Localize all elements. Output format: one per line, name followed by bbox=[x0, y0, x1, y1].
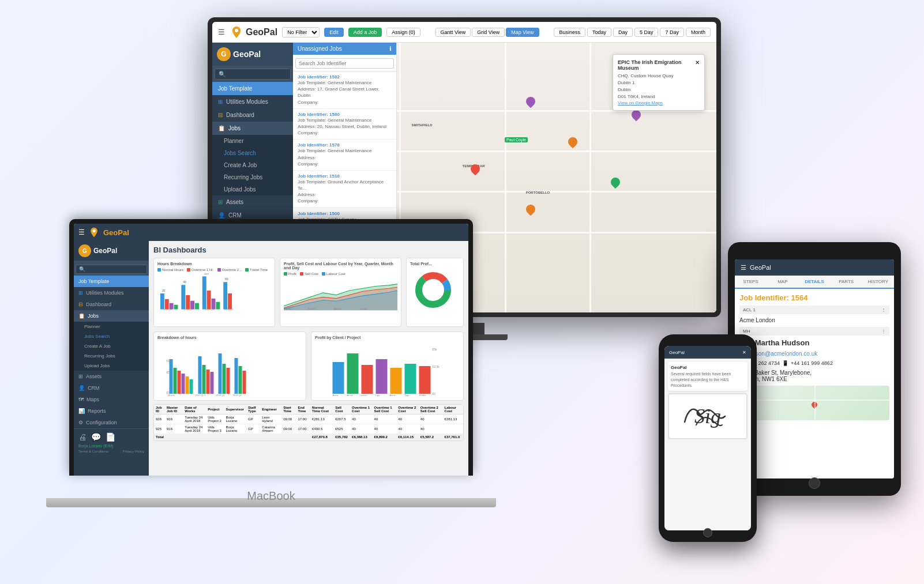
tab-details[interactable]: DETAILS bbox=[798, 276, 830, 289]
laptop-hamburger-icon[interactable]: ☰ bbox=[78, 228, 85, 236]
svg-text:Tipp...: Tipp... bbox=[405, 394, 411, 397]
svg-point-2 bbox=[93, 229, 96, 232]
laptop-config-icon: ⚙ bbox=[78, 420, 83, 425]
tablet-home-button[interactable] bbox=[809, 477, 820, 489]
tab-history[interactable]: HISTORY bbox=[862, 276, 894, 289]
map-popup-country: Dublin bbox=[618, 86, 700, 93]
sidebar-item-job-template[interactable]: Job Template bbox=[212, 82, 293, 95]
job-card-1518-template: Job Template: Ground Anchor Acceptance T… bbox=[298, 179, 392, 191]
map-view-button[interactable]: Map View bbox=[506, 28, 539, 37]
grid-view-button[interactable]: Grid View bbox=[472, 28, 505, 37]
laptop-sidebar-assets[interactable]: ⊞ Assets bbox=[74, 371, 149, 382]
map-popup-google-link[interactable]: View on Google Maps bbox=[618, 100, 700, 106]
svg-text:2017 Qr 1: 2017 Qr 1 bbox=[196, 394, 206, 397]
macbook-label: MacBook bbox=[247, 489, 295, 503]
sidebar-item-upload-jobs[interactable]: Upload Jobs bbox=[212, 183, 293, 195]
sidebar-item-dashboard[interactable]: ⊟ Dashboard bbox=[212, 108, 293, 122]
tab-steps[interactable]: STEPS bbox=[735, 276, 767, 289]
legend-dot-profit bbox=[284, 272, 287, 276]
month-button[interactable]: Month bbox=[686, 28, 711, 37]
svg-text:20: 20 bbox=[162, 289, 166, 292]
laptop-sidebar-crm[interactable]: 👤 CRM bbox=[74, 382, 149, 394]
laptop-sidebar-jobs[interactable]: 📋 Jobs bbox=[74, 310, 149, 322]
today-button[interactable]: Today bbox=[587, 28, 611, 37]
tablet-contact-menu-icon[interactable]: ⋮ bbox=[881, 329, 886, 334]
jobs-search-input[interactable] bbox=[295, 58, 394, 69]
crm-icon: 👤 bbox=[218, 212, 225, 218]
laptop-sidebar-upload-jobs[interactable]: Upload Jobs bbox=[74, 361, 149, 371]
print-icon[interactable]: 🖨 bbox=[78, 432, 87, 442]
job-card-1582[interactable]: Job Identifier: 1582 Job Template: Gener… bbox=[293, 71, 396, 109]
laptop-sidebar-maps-label: Maps bbox=[87, 397, 99, 402]
laptop-sidebar-search-input[interactable] bbox=[76, 265, 147, 274]
laptop-sidebar-dashboard[interactable]: ⊟ Dashboard bbox=[74, 299, 149, 310]
laptop-sidebar-recurring-jobs[interactable]: Recurring Jobs bbox=[74, 351, 149, 361]
sidebar-search-input[interactable] bbox=[215, 69, 291, 80]
th-labour: Labour Cost bbox=[443, 405, 463, 415]
document-icon[interactable]: 📄 bbox=[106, 432, 115, 442]
day-button[interactable]: Day bbox=[613, 28, 633, 37]
laptop-sidebar-configuration[interactable]: ⚙ Configuration bbox=[74, 417, 149, 428]
legend-profit: Profit bbox=[284, 272, 296, 276]
signature-area[interactable]: Sig bbox=[668, 393, 748, 439]
th-start: Start Time bbox=[281, 405, 296, 415]
job-card-1582-address: Address: 17, Grand Canal Street Lower, D… bbox=[298, 86, 392, 99]
job-card-1518[interactable]: Job Identifier: 1518 Job Template: Groun… bbox=[293, 171, 396, 208]
phone-close-icon[interactable]: ✕ bbox=[742, 350, 746, 355]
bi-charts-row: Hours Breakdown Normal Hours Overtime 1 … bbox=[153, 258, 464, 327]
legend-label-sell: Sell Cost bbox=[305, 272, 318, 276]
svg-text:€2.5k: €2.5k bbox=[433, 365, 440, 368]
svg-rect-16 bbox=[228, 293, 232, 310]
add-job-button[interactable]: Add a Job bbox=[348, 28, 382, 37]
laptop-sidebar-planner[interactable]: Planner bbox=[74, 322, 149, 331]
7day-button[interactable]: 7 Day bbox=[660, 28, 684, 37]
laptop-sidebar-jobs-search[interactable]: Jobs Search bbox=[74, 331, 149, 341]
map-popup-close-icon[interactable]: ✕ bbox=[695, 59, 700, 66]
hamburger-icon[interactable]: ☰ bbox=[218, 28, 225, 36]
svg-rect-64 bbox=[419, 366, 431, 394]
job-card-1578[interactable]: Job Identifier: 1578 Job Template: Gener… bbox=[293, 140, 396, 171]
sidebar-item-utilities[interactable]: ⊞ Utilities Modules bbox=[212, 95, 293, 108]
sidebar-item-planner[interactable]: Planner bbox=[212, 135, 293, 147]
td-925-end: 17:00 bbox=[296, 424, 310, 434]
chat-icon[interactable]: 💬 bbox=[91, 432, 101, 442]
legend-normal-hours: Normal Hours bbox=[157, 268, 183, 272]
laptop-screen: ☰ GeoPal G GeoPal bbox=[74, 224, 468, 476]
map-popup-title: EPIC The Irish Emigration Museum bbox=[618, 59, 695, 71]
td-926-date: Tuesday 24 April 2018 bbox=[183, 415, 206, 424]
sidebar-item-jobs[interactable]: 📋 Jobs bbox=[212, 122, 293, 135]
laptop-sidebar-reports[interactable]: 📊 Reports bbox=[74, 405, 149, 417]
svg-rect-14 bbox=[216, 302, 220, 310]
th-job-id: Job ID bbox=[154, 405, 165, 415]
td-925-ot2: 40 bbox=[396, 424, 419, 434]
5day-button[interactable]: 5 Day bbox=[634, 28, 659, 37]
sidebar-item-jobs-search[interactable]: Jobs Search bbox=[212, 147, 293, 159]
terms-link[interactable]: Terms & Conditions bbox=[78, 450, 108, 453]
tablet-menu-icon[interactable]: ☰ bbox=[741, 264, 746, 272]
td-925-labour bbox=[443, 424, 463, 434]
sidebar-item-create-job[interactable]: Create A Job bbox=[212, 159, 293, 171]
privacy-link[interactable]: Privacy Policy bbox=[123, 450, 144, 453]
assign-button[interactable]: Assign (0) bbox=[386, 28, 420, 37]
laptop-sidebar-job-template[interactable]: Job Template bbox=[74, 276, 149, 287]
jobs-panel-info-icon[interactable]: ℹ bbox=[389, 46, 392, 52]
laptop-sidebar-create-job[interactable]: Create A Job bbox=[74, 341, 149, 351]
tab-map[interactable]: MAP bbox=[767, 276, 798, 289]
edit-button[interactable]: Edit bbox=[324, 28, 344, 37]
job-card-1580[interactable]: Job Identifier: 1580 Job Template: Gener… bbox=[293, 109, 396, 140]
tablet-section-menu-icon[interactable]: ⋮ bbox=[881, 307, 886, 312]
tablet-phone2-value[interactable]: +44 161 999 4862 bbox=[791, 360, 833, 366]
sidebar-item-assets[interactable]: ⊞ Assets bbox=[212, 195, 293, 209]
legend-label-overtime1: Overtime 1 Hr. bbox=[191, 268, 214, 272]
filter-select[interactable]: No Filter bbox=[282, 27, 320, 37]
business-button[interactable]: Business bbox=[554, 28, 585, 37]
svg-text:Acme...: Acme... bbox=[390, 394, 398, 397]
sidebar-item-recurring-jobs[interactable]: Recurring Jobs bbox=[212, 171, 293, 183]
tab-parts[interactable]: PARTS bbox=[831, 276, 862, 289]
gantt-view-button[interactable]: Gantt View bbox=[435, 28, 471, 37]
bi-data-table: Job ID Master Job ID Date of Works Proje… bbox=[154, 405, 463, 440]
laptop-sidebar-utilities[interactable]: ⊞ Utilities Modules bbox=[74, 287, 149, 299]
phone-home-button[interactable] bbox=[703, 528, 712, 537]
laptop-sidebar-maps[interactable]: 🗺 Maps bbox=[74, 394, 149, 405]
laptop-logo-icon bbox=[88, 227, 100, 238]
